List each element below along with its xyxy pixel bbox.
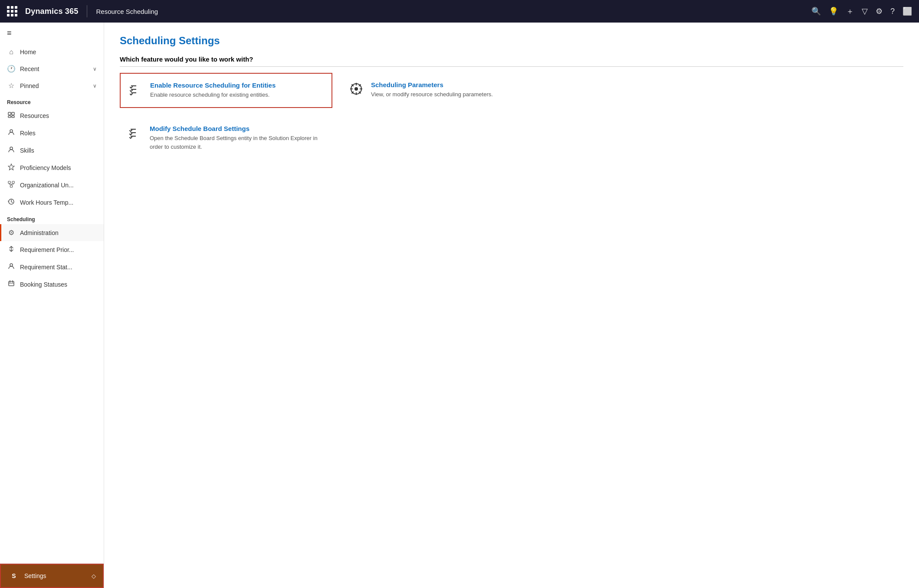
card-modify-schedule-title: Modify Schedule Board Settings	[150, 125, 325, 132]
card-enable-resource-scheduling[interactable]: Enable Resource Scheduling for Entities …	[120, 73, 332, 108]
resources-icon	[7, 111, 16, 120]
pinned-chevron: ∨	[93, 83, 97, 89]
topbar: Dynamics 365 Resource Scheduling 🔍 💡 ＋ ▽…	[0, 0, 919, 23]
sidebar-label-skills: Skills	[20, 147, 97, 154]
hamburger-button[interactable]: ≡	[0, 23, 104, 44]
card-enable-scheduling-title: Enable Resource Scheduling for Entities	[150, 82, 276, 89]
card-scheduling-params-desc: View, or modify resource scheduling para…	[371, 90, 493, 99]
topbar-divider	[87, 5, 87, 17]
sidebar-item-proficiency-models[interactable]: Proficiency Models	[0, 159, 104, 176]
filter-icon[interactable]: ▽	[862, 7, 868, 16]
proficiency-models-icon	[7, 163, 16, 172]
topbar-actions: 🔍 💡 ＋ ▽ ⚙ ? ⬜	[811, 6, 912, 16]
sidebar-bottom: S Settings ◇	[0, 563, 104, 588]
svg-point-4	[10, 130, 13, 132]
settings-icon[interactable]: ⚙	[876, 7, 883, 16]
svg-rect-11	[8, 201, 9, 202]
lightbulb-icon[interactable]: 💡	[829, 7, 838, 16]
sidebar-item-booking-statuses[interactable]: Booking Statuses	[0, 276, 104, 293]
org-units-icon	[7, 181, 16, 189]
requirement-statuses-icon	[7, 263, 16, 271]
sidebar-item-requirement-priorities[interactable]: Requirement Prior...	[0, 241, 104, 258]
sidebar-item-roles[interactable]: Roles	[0, 124, 104, 142]
sidebar-label-roles: Roles	[20, 130, 97, 137]
sidebar-label-org-units: Organizational Un...	[20, 182, 97, 189]
sidebar-item-work-hours-temp[interactable]: Work Hours Temp...	[0, 194, 104, 211]
card-scheduling-parameters[interactable]: Scheduling Parameters View, or modify re…	[341, 73, 554, 108]
svg-point-5	[10, 147, 13, 150]
work-hours-icon	[7, 198, 16, 207]
cards-grid: Enable Resource Scheduling for Entities …	[120, 73, 554, 159]
settings-avatar: S	[8, 570, 20, 582]
svg-rect-3	[12, 116, 14, 118]
svg-rect-13	[9, 281, 14, 286]
enable-scheduling-icon	[128, 82, 143, 99]
svg-rect-2	[8, 116, 11, 118]
sidebar-label-pinned: Pinned	[20, 82, 89, 89]
svg-rect-8	[12, 181, 14, 183]
sidebar-item-pinned[interactable]: ☆ Pinned ∨	[0, 77, 104, 94]
search-icon[interactable]: 🔍	[811, 7, 821, 16]
svg-marker-6	[8, 164, 14, 170]
section-resource-label: Resource	[0, 94, 104, 107]
help-icon[interactable]: ?	[890, 7, 895, 16]
svg-rect-0	[8, 112, 11, 115]
sidebar-label-requirement-statuses: Requirement Stat...	[20, 264, 97, 271]
svg-point-12	[10, 264, 13, 266]
sidebar-label-requirement-priorities: Requirement Prior...	[20, 246, 97, 253]
sidebar-label-proficiency-models: Proficiency Models	[20, 164, 97, 171]
home-icon: ⌂	[7, 48, 16, 56]
sidebar-item-resources[interactable]: Resources	[0, 107, 104, 124]
card-enable-scheduling-desc: Enable resource scheduling for existing …	[150, 91, 276, 99]
requirement-priorities-icon	[7, 245, 16, 254]
sidebar-item-org-units[interactable]: Organizational Un...	[0, 176, 104, 194]
sidebar-label-administration: Administration	[20, 229, 97, 236]
sidebar-item-home[interactable]: ⌂ Home	[0, 44, 104, 60]
app-name: Dynamics 365	[25, 7, 78, 16]
administration-icon: ⚙	[7, 229, 16, 237]
svg-point-18	[354, 87, 358, 91]
card-modify-schedule-board[interactable]: Modify Schedule Board Settings Open the …	[120, 117, 332, 159]
feedback-icon[interactable]: ⬜	[903, 7, 912, 16]
section-question: Which feature would you like to work wit…	[120, 56, 903, 67]
recent-chevron: ∨	[93, 66, 97, 72]
card-scheduling-params-title: Scheduling Parameters	[371, 81, 493, 88]
section-scheduling-label: Scheduling	[0, 211, 104, 224]
modify-schedule-board-icon	[127, 126, 143, 143]
add-icon[interactable]: ＋	[846, 6, 854, 16]
card-modify-schedule-content: Modify Schedule Board Settings Open the …	[150, 125, 325, 151]
scheduling-parameters-icon	[348, 82, 364, 99]
svg-rect-1	[12, 112, 14, 115]
card-modify-schedule-desc: Open the Schedule Board Settings entity …	[150, 134, 325, 151]
pin-icon: ☆	[7, 82, 16, 90]
settings-chevron-icon: ◇	[92, 573, 96, 579]
card-scheduling-params-content: Scheduling Parameters View, or modify re…	[371, 81, 493, 99]
sidebar-item-recent[interactable]: 🕐 Recent ∨	[0, 60, 104, 77]
svg-rect-9	[10, 185, 13, 187]
content-area: Scheduling Settings Which feature would …	[104, 23, 919, 588]
sidebar-label-resources: Resources	[20, 112, 97, 119]
sidebar-item-requirement-statuses[interactable]: Requirement Stat...	[0, 258, 104, 276]
roles-icon	[7, 129, 16, 137]
sidebar-settings-button[interactable]: S Settings ◇	[0, 564, 104, 588]
sidebar-item-skills[interactable]: Skills	[0, 142, 104, 159]
module-name: Resource Scheduling	[96, 8, 158, 15]
main-layout: ≡ ⌂ Home 🕐 Recent ∨ ☆ Pinned ∨ Resource	[0, 23, 919, 588]
sidebar-item-administration[interactable]: ⚙ Administration	[0, 224, 104, 241]
sidebar-label-recent: Recent	[20, 65, 89, 72]
recent-icon: 🕐	[7, 65, 16, 73]
card-enable-scheduling-content: Enable Resource Scheduling for Entities …	[150, 82, 276, 99]
booking-statuses-icon	[7, 280, 16, 289]
sidebar-settings-label: Settings	[24, 572, 46, 579]
page-title: Scheduling Settings	[120, 35, 903, 47]
sidebar-label-home: Home	[20, 49, 97, 56]
sidebar-label-work-hours-temp: Work Hours Temp...	[20, 199, 97, 206]
sidebar-label-booking-statuses: Booking Statuses	[20, 281, 97, 288]
sidebar: ≡ ⌂ Home 🕐 Recent ∨ ☆ Pinned ∨ Resource	[0, 23, 104, 588]
skills-icon	[7, 146, 16, 155]
app-grid-icon[interactable]	[7, 6, 17, 16]
svg-rect-7	[8, 181, 10, 183]
